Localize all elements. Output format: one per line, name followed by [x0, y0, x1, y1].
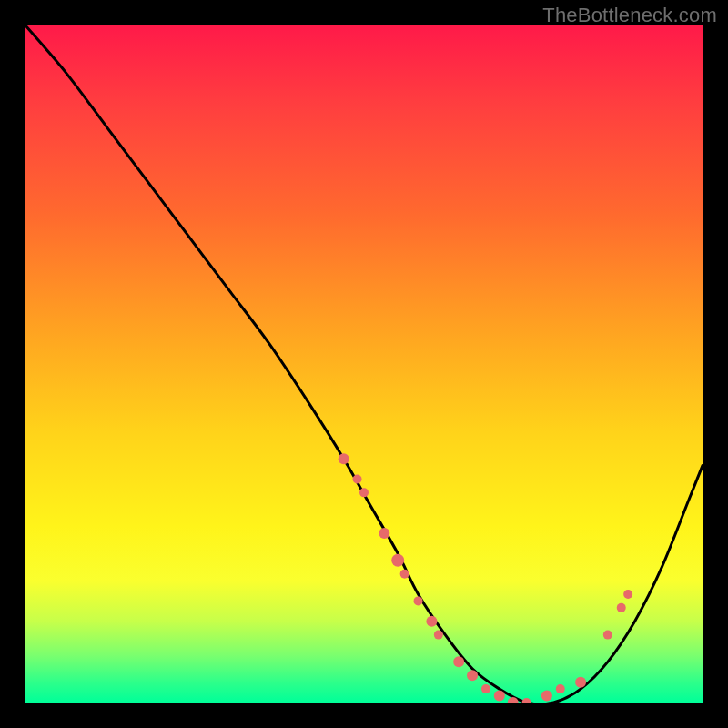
watermark-text: TheBottleneck.com — [542, 4, 717, 27]
curve-marker — [400, 570, 410, 579]
curve-marker — [379, 528, 389, 539]
curve-marker — [414, 596, 423, 605]
curve-marker — [467, 670, 478, 681]
curve-marker — [494, 691, 505, 702]
curve-marker — [603, 631, 612, 640]
plot-area — [25, 25, 703, 703]
curve-svg — [25, 25, 703, 703]
curve-marker — [617, 603, 626, 612]
curve-marker — [353, 474, 362, 483]
curve-marker — [426, 616, 437, 627]
chart-container: TheBottleneck.com — [0, 0, 728, 728]
curve-marker — [434, 631, 443, 640]
curve-marker — [623, 590, 632, 599]
curve-marker — [481, 684, 490, 693]
curve-marker — [339, 453, 349, 464]
curve-marker — [391, 554, 404, 567]
curve-marker — [575, 677, 586, 688]
curve-marker — [359, 488, 369, 497]
bottleneck-curve — [25, 25, 703, 703]
curve-marker — [453, 656, 464, 667]
curve-marker — [541, 691, 552, 702]
curve-markers — [339, 453, 632, 703]
curve-marker — [522, 698, 531, 703]
curve-marker — [556, 684, 565, 693]
